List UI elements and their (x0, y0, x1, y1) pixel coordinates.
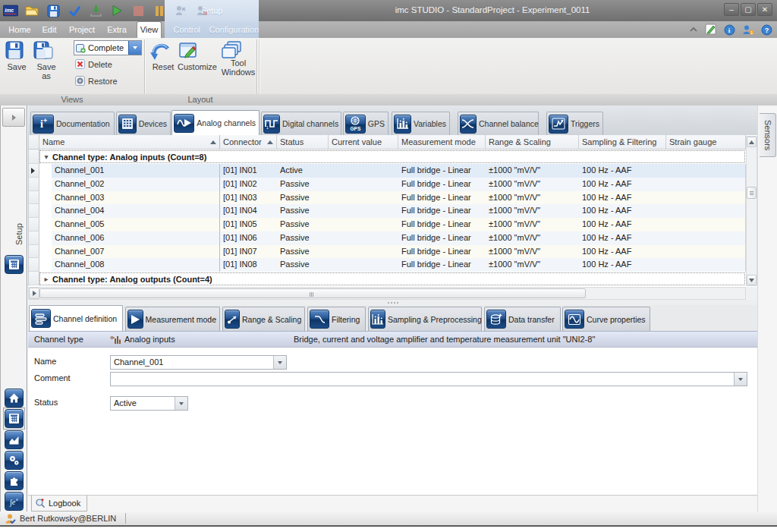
row-selector[interactable] (29, 164, 39, 178)
menu-tab-edit[interactable]: Edit (39, 21, 59, 38)
column-header-range-scaling[interactable]: Range & Scaling (486, 135, 579, 149)
table-row[interactable]: Channel_007 [01] IN07 Passive Full bridg… (29, 245, 746, 259)
save-icon[interactable] (46, 3, 61, 18)
scroll-down-button[interactable] (747, 275, 757, 285)
sidebar-automation-icon[interactable] (5, 451, 24, 470)
menu-tab-home[interactable]: Home (8, 21, 32, 38)
column-header-strain-gauge[interactable]: Strain gauge (666, 135, 746, 149)
scroll-up-button[interactable] (747, 137, 757, 147)
ribbon-tool-windows-button[interactable]: ToolWindows (221, 40, 256, 77)
column-header-name[interactable]: Name (39, 135, 220, 149)
collapse-ribbon-icon[interactable] (689, 27, 698, 33)
stop-icon (131, 3, 146, 18)
group-collapse-icon[interactable]: ▾ (40, 150, 52, 164)
view-combo-dropdown[interactable] (128, 41, 141, 55)
column-header-measurement-mode[interactable]: Measurement mode (398, 135, 486, 149)
name-combo-dropdown[interactable] (273, 356, 286, 369)
tab-analog-channels[interactable]: Analog channels (171, 110, 260, 135)
group-expand-icon[interactable]: ▸ (40, 272, 52, 286)
tab-curve-properties[interactable]: Curve properties (562, 307, 650, 331)
table-row[interactable]: Channel_008 [01] IN08 Passive Full bridg… (29, 258, 746, 272)
ribbon-save-button[interactable]: Save (5, 40, 29, 71)
edit-page-icon[interactable] (705, 24, 717, 36)
logbook-tab[interactable]: Logbook (31, 496, 87, 512)
group-row-analog-inputs[interactable]: ▾Channel type: Analog inputs (Count=8) (29, 150, 746, 164)
sidebar-setup-icon[interactable] (5, 255, 24, 274)
tab-variables[interactable]: Variables (392, 112, 450, 135)
imc-logo-icon[interactable]: imc (3, 3, 18, 18)
quick-access-toolbar: imc (3, 3, 209, 18)
table-row[interactable]: Channel_006 [01] IN06 Passive Full bridg… (29, 231, 746, 245)
row-selector[interactable] (29, 178, 39, 191)
close-button[interactable]: ✕ (757, 3, 772, 16)
status-combo-dropdown[interactable] (175, 397, 187, 410)
download-config-icon[interactable] (88, 3, 103, 18)
sidebar-setup-page-icon[interactable] (5, 409, 24, 428)
sidebar-home-icon[interactable] (5, 389, 24, 408)
table-row[interactable]: Channel_003 [01] IN03 Passive Full bridg… (29, 191, 746, 205)
help-icon[interactable]: ? (761, 24, 772, 36)
maximize-button[interactable]: ▢ (741, 3, 756, 16)
table-row[interactable]: Channel_001 [01] IN01 Active Full bridge… (29, 164, 746, 178)
tab-channel-definition[interactable]: Channel definition (29, 305, 123, 331)
ribbon-save-as-button[interactable]: Saveas (33, 40, 59, 80)
info-icon[interactable]: i (724, 24, 735, 36)
tab-digital-channels[interactable]: 1 Digital channels (261, 112, 341, 135)
row-selector[interactable] (29, 231, 39, 245)
status-combo[interactable]: Active (110, 396, 188, 411)
tab-devices[interactable]: Devices (116, 112, 171, 135)
sidebar-expand-button[interactable] (2, 108, 25, 127)
menu-tab-extra[interactable]: Extra (105, 21, 129, 38)
row-selector[interactable] (29, 218, 39, 231)
view-select-combo[interactable]: Complete (74, 40, 142, 55)
menu-tab-project[interactable]: Project (67, 21, 97, 38)
column-header-connector[interactable]: Connector (220, 135, 277, 149)
vertical-scroll-thumb[interactable] (747, 187, 757, 199)
table-row[interactable]: Channel_002 [01] IN02 Passive Full bridg… (29, 178, 746, 191)
name-combo[interactable]: Channel_001 (110, 355, 287, 370)
ribbon-delete-button[interactable]: Delete (75, 59, 112, 69)
sidebar-scripting-icon[interactable]: ∫ex (5, 492, 24, 511)
tab-measurement-mode[interactable]: Measurement mode (125, 307, 220, 331)
table-horizontal-scrollbar[interactable] (28, 287, 746, 300)
comment-combo-dropdown[interactable] (734, 373, 747, 386)
tab-sampling-preprocessing[interactable]: Sampling & Preprocessing (368, 307, 482, 331)
ribbon-restore-button[interactable]: Restore (75, 76, 118, 86)
horizontal-scroll-thumb[interactable] (39, 288, 586, 298)
column-header-current-value[interactable]: Current value (329, 135, 398, 149)
table-vertical-scrollbar[interactable] (746, 136, 757, 286)
tab-channel-balance[interactable]: Channel balance (458, 112, 539, 135)
tab-range-scaling[interactable]: Range & Scaling (222, 307, 305, 331)
table-row[interactable]: Channel_005 [01] IN05 Passive Full bridg… (29, 218, 746, 231)
menu-tab-control[interactable]: Control (165, 21, 209, 38)
scroll-right-button[interactable] (29, 288, 39, 299)
apply-check-icon[interactable] (67, 3, 82, 18)
menu-tab-configuration[interactable]: Configuration (209, 21, 259, 38)
column-header-sampling-filtering[interactable]: Sampling & Filtering (579, 135, 666, 149)
start-icon[interactable] (109, 3, 124, 18)
menu-tab-view[interactable]: View (137, 21, 162, 38)
panel-splitter[interactable] (28, 300, 757, 305)
tab-data-transfer[interactable]: Data transfer (484, 307, 561, 331)
comment-combo[interactable] (110, 372, 747, 386)
group-row-analog-outputs[interactable]: ▸Channel type: Analog outputs (Count=4) (29, 272, 746, 286)
tab-documentation[interactable]: i+ Documentation (30, 112, 115, 135)
row-selector[interactable] (29, 245, 39, 259)
row-selector[interactable] (29, 204, 39, 218)
sidebar-dataviewer-icon[interactable] (5, 430, 24, 449)
tab-triggers[interactable]: Triggers (546, 112, 603, 135)
row-selector[interactable] (29, 191, 39, 205)
sensors-tab[interactable]: Sensors (760, 113, 776, 157)
column-header-status[interactable]: Status (277, 135, 329, 149)
row-selector[interactable] (29, 258, 39, 272)
minimize-button[interactable]: – (724, 3, 739, 16)
tab-gps[interactable]: GPS GPS (343, 112, 388, 135)
open-folder-icon[interactable] (24, 3, 39, 18)
ribbon-reset-button[interactable]: Reset (149, 40, 178, 71)
table-row[interactable]: Channel_004 [01] IN04 Passive Full bridg… (29, 204, 746, 218)
user-manual-icon[interactable]: 1 (742, 24, 754, 36)
ribbon-customize-button[interactable]: Customize (178, 40, 217, 71)
sidebar-addons-icon[interactable] (5, 471, 24, 490)
menu-bar: Home Edit Project Extra View Control Con… (0, 21, 777, 38)
tab-filtering[interactable]: Filtering (307, 307, 366, 331)
